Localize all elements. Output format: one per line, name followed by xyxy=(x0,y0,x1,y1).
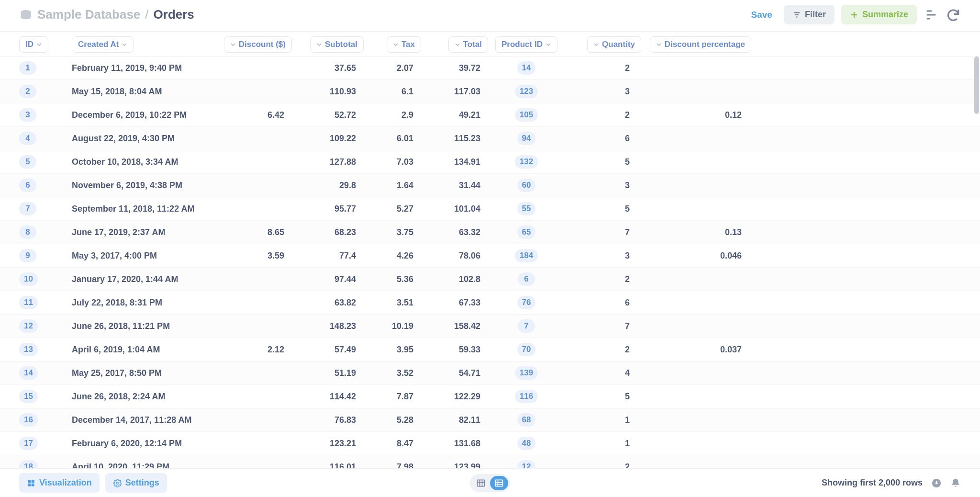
cell-quantity[interactable]: 5 xyxy=(565,204,641,214)
id-badge[interactable]: 4 xyxy=(19,132,36,145)
id-badge[interactable]: 13 xyxy=(19,343,38,356)
cell-tax[interactable]: 7.87 xyxy=(364,392,421,402)
cell-total[interactable]: 123.99 xyxy=(421,462,488,469)
cell-created-at[interactable]: September 11, 2018, 11:22 AM xyxy=(72,204,215,214)
cell-quantity[interactable]: 7 xyxy=(565,227,641,237)
cell-quantity[interactable]: 5 xyxy=(565,392,641,402)
cell-subtotal[interactable]: 110.93 xyxy=(292,87,364,97)
col-id[interactable]: ID xyxy=(19,36,48,53)
cell-quantity[interactable]: 3 xyxy=(565,87,641,97)
cell-tax[interactable]: 10.19 xyxy=(364,321,421,331)
cell-tax[interactable]: 7.03 xyxy=(364,157,421,167)
table-row[interactable]: 12 June 26, 2018, 11:21 PM 148.23 10.19 … xyxy=(0,315,980,338)
cell-subtotal[interactable]: 95.77 xyxy=(292,204,364,214)
product-id-badge[interactable]: 139 xyxy=(515,366,538,380)
cell-subtotal[interactable]: 116.01 xyxy=(292,462,364,469)
product-id-badge[interactable]: 105 xyxy=(515,108,538,122)
cell-subtotal[interactable]: 148.23 xyxy=(292,321,364,331)
cell-total[interactable]: 117.03 xyxy=(421,87,488,97)
cell-created-at[interactable]: June 17, 2019, 2:37 AM xyxy=(72,227,215,237)
col-created-at[interactable]: Created At xyxy=(72,36,134,53)
cell-tax[interactable]: 5.27 xyxy=(364,204,421,214)
cell-quantity[interactable]: 3 xyxy=(565,181,641,191)
cell-tax[interactable]: 3.75 xyxy=(364,227,421,237)
cell-subtotal[interactable]: 52.72 xyxy=(292,110,364,120)
cell-created-at[interactable]: May 15, 2018, 8:04 AM xyxy=(72,87,215,97)
col-discount-pct[interactable]: Discount percentage xyxy=(650,36,751,53)
id-badge[interactable]: 9 xyxy=(19,249,36,262)
cell-created-at[interactable]: January 17, 2020, 1:44 AM xyxy=(72,274,215,284)
table-row[interactable]: 1 February 11, 2019, 9:40 PM 37.65 2.07 … xyxy=(0,56,980,80)
cell-subtotal[interactable]: 127.88 xyxy=(292,157,364,167)
cell-created-at[interactable]: February 11, 2019, 9:40 PM xyxy=(72,63,215,73)
summarize-button[interactable]: Summarize xyxy=(841,5,917,24)
cell-discount-pct[interactable]: 0.13 xyxy=(641,227,751,237)
cell-tax[interactable]: 2.9 xyxy=(364,110,421,120)
id-badge[interactable]: 3 xyxy=(19,108,36,122)
table-row[interactable]: 17 February 6, 2020, 12:14 PM 123.21 8.4… xyxy=(0,432,980,455)
cell-subtotal[interactable]: 123.21 xyxy=(292,439,364,449)
cell-created-at[interactable]: April 10, 2020, 11:29 PM xyxy=(72,462,215,469)
product-id-badge[interactable]: 6 xyxy=(518,272,535,286)
table-row[interactable]: 9 May 3, 2017, 4:00 PM 3.59 77.4 4.26 78… xyxy=(0,244,980,268)
product-id-badge[interactable]: 68 xyxy=(517,413,536,427)
cell-created-at[interactable]: June 26, 2018, 11:21 PM xyxy=(72,321,215,331)
cell-quantity[interactable]: 2 xyxy=(565,274,641,284)
save-button[interactable]: Save xyxy=(746,7,777,23)
cell-subtotal[interactable]: 37.65 xyxy=(292,63,364,73)
cell-quantity[interactable]: 1 xyxy=(565,415,641,425)
cell-subtotal[interactable]: 68.23 xyxy=(292,227,364,237)
table-row[interactable]: 3 December 6, 2019, 10:22 PM 6.42 52.72 … xyxy=(0,103,980,127)
table-body[interactable]: 1 February 11, 2019, 9:40 PM 37.65 2.07 … xyxy=(0,56,980,468)
cell-discount[interactable]: 3.59 xyxy=(215,251,292,261)
table-row[interactable]: 8 June 17, 2019, 2:37 AM 8.65 68.23 3.75… xyxy=(0,221,980,244)
table-row[interactable]: 4 August 22, 2019, 4:30 PM 109.22 6.01 1… xyxy=(0,127,980,150)
col-discount[interactable]: Discount ($) xyxy=(224,36,292,53)
cell-created-at[interactable]: December 14, 2017, 11:28 AM xyxy=(72,415,215,425)
cell-tax[interactable]: 8.47 xyxy=(364,439,421,449)
table-row[interactable]: 13 April 6, 2019, 1:04 AM 2.12 57.49 3.9… xyxy=(0,338,980,361)
cell-discount-pct[interactable]: 0.037 xyxy=(641,345,751,355)
cell-total[interactable]: 63.32 xyxy=(421,227,488,237)
cell-total[interactable]: 78.06 xyxy=(421,251,488,261)
download-icon[interactable] xyxy=(931,478,942,488)
cell-tax[interactable]: 1.64 xyxy=(364,181,421,191)
cell-discount-pct[interactable]: 0.046 xyxy=(641,251,751,261)
id-badge[interactable]: 11 xyxy=(19,296,38,309)
product-id-badge[interactable]: 123 xyxy=(515,85,538,98)
product-id-badge[interactable]: 76 xyxy=(517,296,536,309)
id-badge[interactable]: 5 xyxy=(19,155,36,169)
product-id-badge[interactable]: 60 xyxy=(517,179,536,192)
col-total[interactable]: Total xyxy=(448,36,488,53)
id-badge[interactable]: 1 xyxy=(19,61,36,75)
cell-quantity[interactable]: 1 xyxy=(565,439,641,449)
col-quantity[interactable]: Quantity xyxy=(587,36,641,53)
product-id-badge[interactable]: 14 xyxy=(517,61,536,75)
cell-created-at[interactable]: December 6, 2019, 10:22 PM xyxy=(72,110,215,120)
cell-total[interactable]: 49.21 xyxy=(421,110,488,120)
id-badge[interactable]: 8 xyxy=(19,226,36,239)
cell-created-at[interactable]: May 3, 2017, 4:00 PM xyxy=(72,251,215,261)
editor-toggle-icon[interactable] xyxy=(924,7,939,23)
table-row[interactable]: 11 July 22, 2018, 8:31 PM 63.82 3.51 67.… xyxy=(0,291,980,315)
cell-subtotal[interactable]: 29.8 xyxy=(292,181,364,191)
product-id-badge[interactable]: 7 xyxy=(518,319,535,333)
cell-tax[interactable]: 7.98 xyxy=(364,462,421,469)
cell-tax[interactable]: 5.28 xyxy=(364,415,421,425)
table-row[interactable]: 15 June 26, 2018, 2:24 AM 114.42 7.87 12… xyxy=(0,385,980,408)
cell-quantity[interactable]: 2 xyxy=(565,462,641,469)
table-view-toggle[interactable] xyxy=(472,476,490,490)
cell-created-at[interactable]: November 6, 2019, 4:38 PM xyxy=(72,181,215,191)
detail-view-toggle[interactable] xyxy=(490,476,508,490)
cell-created-at[interactable]: May 25, 2017, 8:50 PM xyxy=(72,368,215,378)
table-row[interactable]: 14 May 25, 2017, 8:50 PM 51.19 3.52 54.7… xyxy=(0,361,980,385)
cell-total[interactable]: 122.29 xyxy=(421,392,488,402)
cell-total[interactable]: 134.91 xyxy=(421,157,488,167)
cell-created-at[interactable]: October 10, 2018, 3:34 AM xyxy=(72,157,215,167)
scrollbar-thumb[interactable] xyxy=(974,56,979,114)
id-badge[interactable]: 7 xyxy=(19,202,36,215)
product-id-badge[interactable]: 70 xyxy=(517,343,536,356)
col-subtotal[interactable]: Subtotal xyxy=(310,36,364,53)
cell-created-at[interactable]: April 6, 2019, 1:04 AM xyxy=(72,345,215,355)
cell-subtotal[interactable]: 77.4 xyxy=(292,251,364,261)
